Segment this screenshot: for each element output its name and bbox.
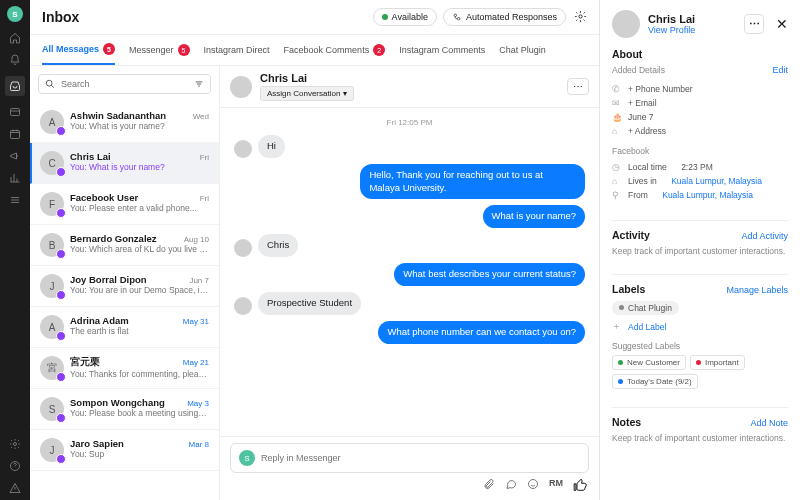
- view-profile-link[interactable]: View Profile: [648, 25, 736, 35]
- svg-point-4: [454, 14, 457, 17]
- clock-icon: ◷: [612, 162, 622, 172]
- svg-rect-1: [11, 131, 20, 139]
- nav-rail: S: [0, 0, 30, 500]
- timestamp: Fri 12:05 PM: [234, 118, 585, 127]
- availability-toggle[interactable]: Available: [373, 8, 437, 26]
- message-bubble: What best describes your current status?: [394, 263, 585, 286]
- thread-item[interactable]: FFacebook UserFriYou: Please enter a val…: [30, 184, 219, 225]
- suggested-label[interactable]: Important: [690, 355, 745, 370]
- page-title: Inbox: [42, 9, 367, 25]
- add-email-link[interactable]: + Email: [628, 98, 657, 108]
- sender-avatar: [234, 297, 252, 315]
- workspace-avatar[interactable]: S: [7, 6, 23, 22]
- suggested-label[interactable]: Today's Date (9/2): [612, 374, 698, 389]
- plus-icon: ＋: [612, 321, 622, 333]
- suggested-label[interactable]: New Customer: [612, 355, 686, 370]
- email-icon: ✉: [612, 98, 622, 108]
- agent-avatar: S: [239, 450, 255, 466]
- edit-details-link[interactable]: Edit: [772, 65, 788, 75]
- conversation-title: Chris Lai: [260, 72, 354, 84]
- thread-item[interactable]: CChris LaiFriYou: What is your name?: [30, 143, 219, 184]
- search-icon: [45, 79, 55, 89]
- thread-item[interactable]: 宮宮元栗May 21You: Thanks for commenting, pl…: [30, 348, 219, 389]
- chevron-down-icon: ▾: [343, 89, 347, 98]
- label-chip[interactable]: Chat Plugin: [612, 301, 679, 315]
- sender-avatar: [234, 140, 252, 158]
- saved-reply-button[interactable]: RM: [549, 478, 563, 494]
- close-icon[interactable]: ✕: [776, 16, 788, 32]
- thread-item[interactable]: JJoy Borral DiponJun 7You: You are in ou…: [30, 266, 219, 307]
- about-heading: About: [612, 48, 642, 60]
- labels-heading: Labels: [612, 283, 645, 295]
- date-icon: 🎂: [612, 112, 622, 122]
- search-box[interactable]: [38, 74, 211, 94]
- inbox-tabs: All Messages5Messenger5Instagram DirectF…: [30, 35, 599, 66]
- phone-icon: ✆: [612, 84, 622, 94]
- add-note-link[interactable]: Add Note: [750, 418, 788, 428]
- add-label-link[interactable]: Add Label: [628, 322, 666, 332]
- tab-facebook-comments[interactable]: Facebook Comments2: [284, 35, 386, 65]
- add-address-link[interactable]: + Address: [628, 126, 666, 136]
- chart-icon[interactable]: [9, 172, 21, 184]
- menu-icon[interactable]: [9, 194, 21, 206]
- automated-responses-button[interactable]: Automated Responses: [443, 8, 566, 26]
- message-composer[interactable]: S: [230, 443, 589, 473]
- message-bubble: Hello, Thank you for reaching out to us …: [360, 164, 585, 200]
- assign-conversation-button[interactable]: Assign Conversation ▾: [260, 86, 354, 101]
- help-icon[interactable]: [9, 460, 21, 472]
- notes-heading: Notes: [612, 416, 641, 428]
- card-icon[interactable]: [9, 106, 21, 118]
- search-input[interactable]: [61, 79, 188, 89]
- message-bubble: What phone number can we contact you on?: [378, 321, 585, 344]
- manage-labels-link[interactable]: Manage Labels: [726, 285, 788, 295]
- composer-input[interactable]: [261, 453, 580, 463]
- emoji-icon[interactable]: [527, 478, 539, 494]
- activity-heading: Activity: [612, 229, 650, 241]
- address-icon: ⌂: [612, 126, 622, 136]
- svg-point-7: [46, 80, 52, 86]
- tab-instagram-comments[interactable]: Instagram Comments: [399, 35, 485, 65]
- profile-name: Chris Lai: [648, 13, 736, 25]
- location-icon: ⚲: [612, 190, 622, 200]
- home-icon: ⌂: [612, 176, 622, 186]
- message-bubble: What is your name?: [483, 205, 585, 228]
- tab-all-messages[interactable]: All Messages5: [42, 35, 115, 65]
- inbox-icon[interactable]: [5, 76, 25, 96]
- message-bubble: Prospective Student: [258, 292, 361, 315]
- svg-point-5: [457, 17, 460, 20]
- tab-instagram-direct[interactable]: Instagram Direct: [204, 35, 270, 65]
- megaphone-icon[interactable]: [9, 150, 21, 162]
- sender-avatar: [234, 239, 252, 257]
- profile-more-button[interactable]: ⋯: [744, 14, 764, 34]
- attachment-icon[interactable]: [483, 478, 495, 494]
- message-bubble: Hi: [258, 135, 285, 158]
- message-icon[interactable]: [505, 478, 517, 494]
- conversation-more-button[interactable]: ⋯: [567, 78, 589, 95]
- thread-item[interactable]: BBernardo GonzalezAug 10You: Which area …: [30, 225, 219, 266]
- add-phone-link[interactable]: + Phone Number: [628, 84, 693, 94]
- add-activity-link[interactable]: Add Activity: [741, 231, 788, 241]
- settings-icon[interactable]: [9, 438, 21, 450]
- bell-icon[interactable]: [9, 54, 21, 66]
- tab-chat-plugin[interactable]: Chat Plugin: [499, 35, 546, 65]
- svg-point-6: [579, 14, 582, 17]
- thread-item[interactable]: SSompon WongchangMay 3You: Please book a…: [30, 389, 219, 430]
- thread-item[interactable]: AAshwin SadananthanWedYou: What is your …: [30, 102, 219, 143]
- thread-item[interactable]: JJaro SapienMar 8You: Sup: [30, 430, 219, 471]
- gear-icon[interactable]: [574, 10, 587, 25]
- profile-avatar: [612, 10, 640, 38]
- message-bubble: Chris: [258, 234, 298, 257]
- svg-point-8: [529, 480, 538, 489]
- svg-point-2: [14, 443, 17, 446]
- thread-item[interactable]: AAdrina AdamMay 31The earth is flat: [30, 307, 219, 348]
- svg-rect-0: [11, 109, 20, 116]
- calendar-icon[interactable]: [9, 128, 21, 140]
- alert-icon[interactable]: [9, 482, 21, 494]
- contact-avatar: [230, 76, 252, 98]
- filter-icon[interactable]: [194, 79, 204, 89]
- home-icon[interactable]: [9, 32, 21, 44]
- like-icon[interactable]: [573, 478, 587, 494]
- tab-messenger[interactable]: Messenger5: [129, 35, 190, 65]
